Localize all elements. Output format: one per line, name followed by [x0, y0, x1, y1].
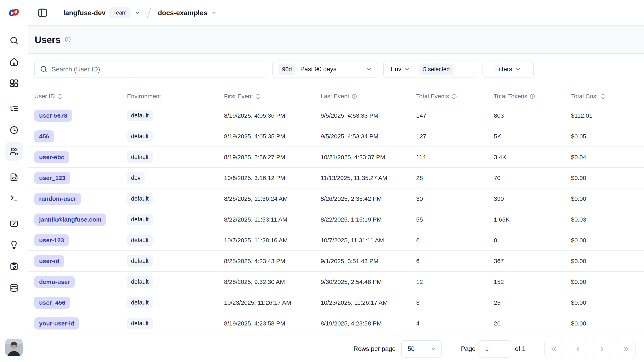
last-event-cell: 10/23/2025, 11:26:17 AM — [320, 299, 416, 306]
page-group: Page of 1 — [461, 340, 526, 357]
last-event-cell: 10/7/2025, 11:31:11 AM — [320, 237, 416, 244]
env-label: Env — [390, 66, 401, 73]
sidebar-item-playground[interactable] — [5, 189, 23, 207]
table-row[interactable]: user-abc default 8/19/2025, 3:36:27 PM 1… — [28, 147, 644, 168]
chevron-down-icon[interactable] — [134, 10, 140, 16]
table-row[interactable]: user-5678 default 8/19/2025, 4:05:36 PM … — [28, 105, 644, 126]
table-row[interactable]: demo-user default 8/28/2025, 9:32:30 AM … — [28, 272, 644, 292]
sidebar-toggle-button[interactable] — [37, 7, 48, 18]
panel-left-icon — [38, 8, 48, 18]
table-row[interactable]: jannik@langfuse.com default 8/22/2025, 1… — [28, 209, 644, 230]
org-name[interactable]: langfuse-dev — [63, 9, 106, 17]
chevron-down-icon[interactable] — [211, 10, 217, 16]
total-tokens-cell: 70 — [494, 175, 571, 181]
chevrons-right-icon — [622, 345, 630, 353]
search-input[interactable] — [52, 66, 262, 73]
column-header-user-id[interactable]: User ID — [34, 93, 127, 100]
scores-percent-icon — [10, 219, 18, 228]
user-id-badge[interactable]: user_456 — [34, 297, 70, 309]
table-row[interactable]: user-123 default 10/7/2025, 11:28:16 AM … — [28, 230, 644, 251]
breadcrumb: langfuse-dev Team docs-examples — [63, 7, 217, 18]
last-page-button[interactable] — [617, 339, 636, 358]
table-row[interactable]: your-user-id default 8/19/2025, 4:23:58 … — [28, 313, 644, 334]
user-id-badge[interactable]: random-user — [34, 193, 81, 205]
first-event-cell: 8/28/2025, 9:32:30 AM — [224, 278, 320, 285]
user-id-badge[interactable]: user-abc — [34, 151, 69, 163]
user-id-badge[interactable]: user_123 — [34, 172, 70, 184]
user-avatar[interactable] — [5, 338, 23, 356]
table-row[interactable]: 456 default 8/19/2025, 4:05:35 PM 9/5/20… — [28, 126, 644, 147]
search-icon — [10, 36, 18, 45]
date-range-badge: 90d — [278, 64, 296, 75]
user-id-badge[interactable]: user-123 — [34, 234, 69, 246]
sidebar-item-users[interactable] — [5, 142, 23, 161]
user-id-badge[interactable]: user-5678 — [34, 110, 72, 122]
first-event-cell: 8/19/2025, 4:05:36 PM — [224, 112, 320, 119]
column-header-total-tokens[interactable]: Total Tokens — [494, 93, 571, 100]
last-event-cell: 8/26/2025, 2:35:42 PM — [320, 195, 416, 202]
search-box — [34, 61, 267, 78]
environment-filter-button[interactable]: Env 5 selected — [383, 61, 477, 78]
column-header-environment[interactable]: Environment — [127, 93, 224, 100]
user-id-badge[interactable]: user-id — [34, 255, 64, 267]
sidebar-item-judge[interactable] — [5, 236, 23, 254]
topbar: langfuse-dev Team docs-examples — [28, 0, 644, 26]
next-page-button[interactable] — [593, 339, 611, 358]
annotation-clipboard-icon — [10, 262, 18, 271]
info-icon[interactable] — [64, 36, 71, 43]
table-row[interactable]: user-id default 8/25/2025, 4:23:43 PM 9/… — [28, 251, 644, 272]
first-event-cell: 8/19/2025, 4:05:35 PM — [224, 133, 320, 140]
sidebar-item-annotation[interactable] — [5, 257, 23, 276]
users-icon — [10, 147, 18, 156]
last-event-cell: 9/30/2025, 2:54:48 PM — [320, 278, 416, 285]
project-name[interactable]: docs-examples — [158, 9, 208, 17]
total-cost-cell: $0.00 — [571, 278, 638, 285]
page-number-input[interactable] — [479, 340, 511, 357]
table-row[interactable]: user_123 dev 10/6/2025, 3:16:12 PM 11/13… — [28, 168, 644, 188]
user-id-badge[interactable]: demo-user — [34, 276, 75, 288]
table-row[interactable]: random-user default 8/26/2025, 11:36:24 … — [28, 188, 644, 209]
environment-badge: default — [127, 255, 153, 267]
info-icon — [530, 94, 535, 99]
total-events-cell: 114 — [416, 154, 494, 161]
info-icon — [600, 94, 606, 99]
sidebar-item-home[interactable] — [5, 53, 23, 71]
sidebar-item-datasets[interactable] — [5, 278, 23, 297]
first-event-cell: 8/19/2025, 3:36:27 PM — [224, 154, 320, 161]
rows-per-page-select[interactable]: 50 — [401, 340, 442, 357]
total-cost-cell: $0.04 — [571, 154, 638, 161]
total-tokens-cell: 803 — [494, 112, 571, 119]
column-header-last-event[interactable]: Last Event — [320, 93, 416, 100]
date-range-button[interactable]: 90d Past 90 days — [272, 61, 378, 78]
sidebar-item-dashboards[interactable] — [5, 74, 23, 92]
user-id-badge[interactable]: jannik@langfuse.com — [34, 213, 106, 226]
last-event-cell: 8/22/2025, 1:15:19 PM — [320, 216, 416, 223]
column-header-total-cost[interactable]: Total Cost — [571, 93, 638, 100]
first-page-button[interactable] — [544, 339, 563, 358]
filters-button[interactable]: Filters — [482, 61, 534, 78]
sidebar — [0, 0, 28, 362]
column-header-total-events[interactable]: Total Events — [416, 93, 494, 100]
sidebar-nav-group-4 — [5, 214, 23, 297]
environment-badge: default — [127, 131, 153, 142]
first-event-cell: 10/6/2025, 3:16:12 PM — [224, 175, 320, 181]
previous-page-button[interactable] — [568, 339, 587, 358]
sidebar-item-search[interactable] — [5, 31, 23, 50]
filters-label: Filters — [495, 66, 512, 73]
table-row[interactable]: user_456 default 10/23/2025, 11:26:17 AM… — [28, 292, 644, 313]
total-events-cell: 30 — [416, 195, 494, 202]
last-event-cell: 10/21/2025, 4:23:37 PM — [320, 154, 416, 161]
column-header-first-event[interactable]: First Event — [224, 93, 320, 100]
user-id-badge[interactable]: 456 — [34, 130, 54, 142]
user-id-badge[interactable]: your-user-id — [34, 317, 79, 329]
sidebar-item-prompts[interactable] — [5, 167, 23, 186]
sidebar-item-sessions[interactable] — [5, 121, 23, 139]
environment-badge: dev — [127, 172, 144, 184]
sidebar-item-tracing[interactable] — [5, 99, 23, 118]
sidebar-item-scores[interactable] — [5, 214, 23, 233]
total-cost-cell: $0.00 — [571, 299, 638, 306]
chevron-down-icon — [431, 346, 437, 352]
page-header: Users — [28, 26, 644, 54]
pagination-buttons — [544, 339, 636, 358]
total-cost-cell: $0.03 — [571, 216, 638, 223]
